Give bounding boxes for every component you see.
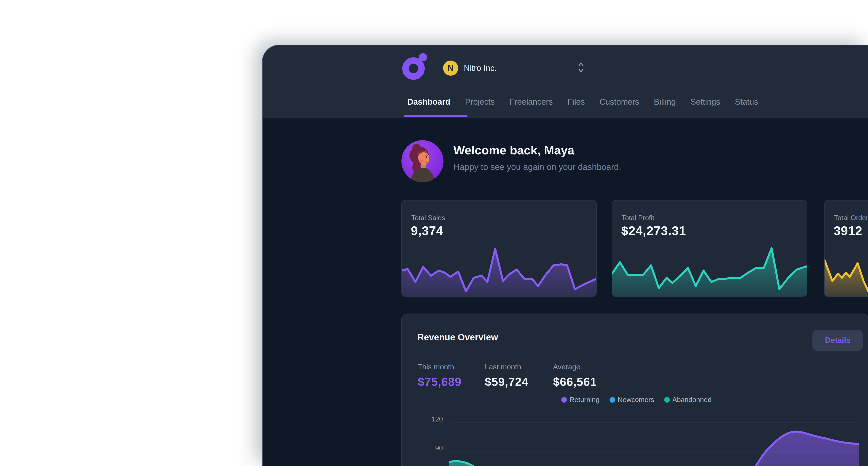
stat-label: Average: [553, 362, 597, 371]
stat-label: Last month: [485, 362, 528, 371]
legend-label: Newcomers: [618, 396, 654, 404]
revenue-area-chart: [450, 409, 859, 466]
legend-dot-abandonned-icon: [664, 397, 670, 403]
nav-item-projects[interactable]: Projects: [465, 97, 495, 107]
nav-item-status[interactable]: Status: [735, 97, 758, 107]
y-axis-tick-90: 90: [410, 444, 443, 452]
chart-legend: Returning Newcomers Abandonned: [561, 396, 712, 404]
org-switcher[interactable]: N Nitro Inc.: [443, 61, 497, 76]
nav-item-settings[interactable]: Settings: [690, 97, 720, 107]
app-logo-dot-icon: [419, 53, 427, 61]
legend-item-newcomers[interactable]: Newcomers: [610, 396, 654, 404]
chevron-up-down-icon[interactable]: [578, 61, 584, 75]
stat-last-month: Last month $59,724: [485, 362, 528, 388]
stat-this-month: This month $75,689: [418, 362, 461, 388]
nav-item-freelancers[interactable]: Freelancers: [509, 97, 553, 107]
stat-card-value: 9,374: [411, 223, 443, 238]
legend-dot-newcomers-icon: [610, 397, 615, 403]
stat-average: Average $66,561: [553, 362, 597, 388]
stat-card-label: Total Sales: [411, 214, 445, 222]
nav-item-customers[interactable]: Customers: [599, 97, 639, 107]
details-button[interactable]: Details: [812, 330, 863, 351]
stat-card-value: 3912: [834, 223, 862, 238]
legend-label: Abandonned: [673, 396, 712, 404]
sparkline-total-orders: [825, 244, 868, 296]
stat-value: $75,689: [418, 375, 461, 388]
dashboard-window: N Nitro Inc. Dashboard Projects Freelanc…: [262, 45, 868, 466]
y-axis-tick-120: 120: [410, 415, 443, 423]
org-badge-icon: N: [443, 61, 458, 76]
stat-value: $66,561: [553, 375, 597, 388]
nav-item-files[interactable]: Files: [567, 97, 585, 107]
avatar: [401, 140, 443, 182]
screen: N Nitro Inc. Dashboard Projects Freelanc…: [0, 0, 868, 466]
app-header: N Nitro Inc. Dashboard Projects Freelanc…: [262, 46, 868, 118]
nav-item-dashboard[interactable]: Dashboard: [407, 97, 450, 107]
org-name: Nitro Inc.: [464, 64, 497, 73]
active-tab-underline: [404, 115, 467, 117]
stat-card-label: Total Profit: [622, 214, 654, 222]
stat-card-total-orders: Total Orders 3912: [824, 200, 868, 297]
legend-label: Returning: [569, 396, 599, 404]
sparkline-total-sales: [402, 244, 596, 296]
nav-item-billing[interactable]: Billing: [654, 97, 676, 107]
main-nav: Dashboard Projects Freelancers Files Cus…: [407, 97, 758, 107]
stat-value: $59,724: [485, 375, 528, 388]
revenue-overview-panel: Revenue Overview Details This month $75,…: [401, 314, 868, 466]
legend-dot-returning-icon: [561, 397, 567, 403]
stat-label: This month: [418, 362, 461, 371]
stat-card-label: Total Orders: [834, 214, 868, 222]
page-title: Welcome back, Maya: [454, 143, 574, 157]
legend-item-returning[interactable]: Returning: [561, 396, 599, 404]
page-subtitle: Happy to see you again on your dashboard…: [454, 162, 621, 172]
panel-title: Revenue Overview: [417, 332, 498, 343]
stat-card-value: $24,273.31: [621, 223, 686, 238]
stat-card-total-profit: Total Profit $24,273.31: [612, 200, 807, 297]
legend-item-abandonned[interactable]: Abandonned: [664, 396, 712, 404]
stat-card-total-sales: Total Sales 9,374: [401, 200, 597, 297]
sparkline-total-profit: [612, 244, 807, 296]
